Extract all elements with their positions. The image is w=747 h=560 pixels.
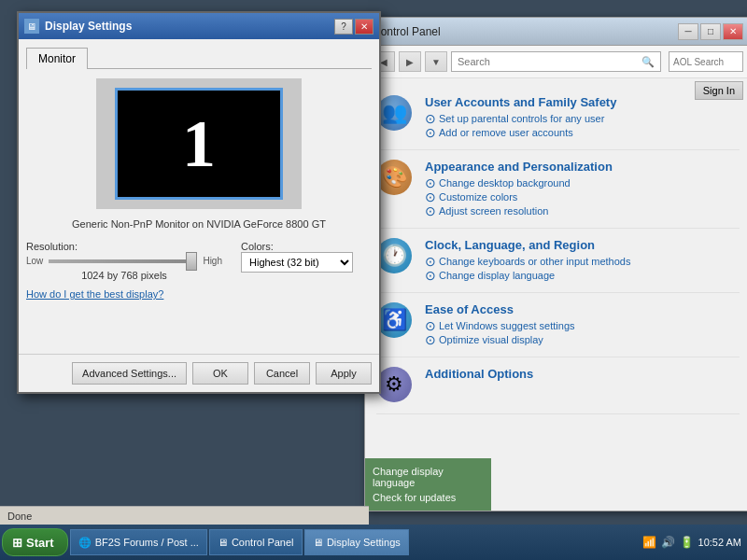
cp-search-input[interactable] [458,56,641,67]
aol-search-input[interactable] [669,51,743,72]
ease-link-1[interactable]: ⊙ Let Windows suggest settings [425,319,575,332]
clock-link-1[interactable]: ⊙ Change keyboards or other input method… [425,255,630,268]
appearance-link-1[interactable]: ⊙ Change desktop background [425,176,613,189]
resolution-slider[interactable] [49,259,197,263]
bullet-icon-1: ⊙ [425,112,436,125]
bullet-icon-3: ⊙ [425,176,436,189]
resolution-label: Resolution: [26,241,222,252]
taskbar-item-control-panel[interactable]: 🖥 Control Panel [209,529,303,555]
user-accounts-icon: 👥 [376,95,414,133]
clock-link-2[interactable]: ⊙ Change display language [425,269,630,282]
cancel-btn[interactable]: Cancel [254,362,310,385]
cp-search-box: 🔍 [451,51,661,72]
cp-arrow-down-btn[interactable]: ▼ [425,51,447,72]
monitor-tab[interactable]: Monitor [26,48,88,69]
sign-in-button[interactable]: Sign In [695,81,743,100]
bullet-icon-6: ⊙ [425,255,436,268]
monitor-screen: 1 [115,88,283,200]
cp-content: 👥 User Accounts and Family Safety ⊙ Set … [365,78,747,511]
resolution-pixels: 1024 by 768 pixels [26,270,222,281]
dialog-tabs: Monitor [26,47,372,69]
monitor-number: 1 [182,105,216,183]
cp-maximize-btn[interactable]: □ [700,23,721,40]
user-accounts-title[interactable]: User Accounts and Family Safety [425,95,616,109]
advanced-settings-btn[interactable]: Advanced Settings... [72,362,187,385]
cp-close-btn[interactable]: ✕ [723,23,743,40]
ease-body: Ease of Access ⊙ Let Windows suggest set… [425,302,575,347]
cp-titlebar: Control Panel ─ □ ✕ [365,18,747,46]
clock-title[interactable]: Clock, Language, and Region [425,238,630,252]
appearance-title[interactable]: Appearance and Personalization [425,160,613,174]
ie-icon: 🌐 [78,537,92,549]
slider-high-label: High [203,256,222,266]
dialog-titlebar: 🖥 Display Settings ? ✕ [19,13,379,39]
start-button[interactable]: ⊞ Start [2,528,68,556]
network-tray-icon[interactable]: 📶 [642,535,657,550]
check-updates-link[interactable]: Check for updates [373,490,484,505]
colors-select[interactable]: Highest (32 bit) [241,252,353,273]
appearance-icon: 🎨 [376,160,414,197]
dialog-minimize-btn[interactable]: ? [334,19,353,35]
system-tray: 📶 🔊 🔋 10:52 AM [639,535,745,550]
dialog-monitor-icon: 🖥 [24,19,39,34]
monitor-preview: 1 [96,78,302,209]
start-label: Start [26,536,54,550]
search-icon: 🔍 [641,56,655,68]
taskbar: ⊞ Start 🌐 BF2S Forums / Post ... 🖥 Contr… [0,525,747,560]
cp-section-clock: 🕐 Clock, Language, and Region ⊙ Change k… [376,229,740,293]
change-display-language-link[interactable]: Change display language [373,464,484,490]
dialog-footer: Advanced Settings... OK Cancel Apply [19,354,379,392]
appearance-link-3[interactable]: ⊙ Adjust screen resolution [425,204,613,217]
taskbar-items: 🌐 BF2S Forums / Post ... 🖥 Control Panel… [70,529,637,555]
display-settings-dialog: 🖥 Display Settings ? ✕ Monitor 1 Generic… [17,11,381,394]
dialog-title: Display Settings [45,20,329,33]
bullet-icon-4: ⊙ [425,190,436,203]
user-accounts-link-2[interactable]: ⊙ Add or remove user accounts [425,126,616,139]
cp-minimize-btn[interactable]: ─ [678,23,698,40]
cp-forward-btn[interactable]: ▶ [399,51,421,72]
cp-sidebar-links: Change display language Check for update… [365,458,491,511]
additional-icon: ⚙ [376,367,414,404]
volume-tray-icon[interactable]: 🔊 [661,535,676,550]
taskbar-bf2s-label: BF2S Forums / Post ... [95,537,199,548]
clock-body: Clock, Language, and Region ⊙ Change key… [425,238,630,283]
apply-btn[interactable]: Apply [316,362,372,385]
display-settings-icon: 🖥 [313,537,323,548]
user-accounts-link-1[interactable]: ⊙ Set up parental controls for any user [425,112,616,125]
best-display-link[interactable]: How do I get the best display? [26,288,372,300]
taskbar-item-bf2s[interactable]: 🌐 BF2S Forums / Post ... [70,529,207,555]
slider-row: Low High [26,256,222,266]
bullet-icon-2: ⊙ [425,126,436,139]
additional-title[interactable]: Additional Options [425,367,533,381]
slider-thumb[interactable] [186,252,197,271]
ease-link-2[interactable]: ⊙ Optimize visual display [425,333,575,346]
bullet-icon-8: ⊙ [425,319,436,332]
cp-aol-area [669,51,743,72]
system-clock: 10:52 AM [698,537,741,548]
cp-section-additional: ⚙ Additional Options [376,357,740,414]
appearance-body: Appearance and Personalization ⊙ Change … [425,160,613,218]
cp-window-controls: ─ □ ✕ [678,23,743,40]
appearance-link-2[interactable]: ⊙ Customize colors [425,190,613,203]
bullet-icon-5: ⊙ [425,204,436,217]
battery-tray-icon[interactable]: 🔋 [680,535,695,550]
user-accounts-body: User Accounts and Family Safety ⊙ Set up… [425,95,616,140]
resolution-column: Resolution: Low High 1024 by 768 pixels [26,241,222,281]
ease-title[interactable]: Ease of Access [425,302,575,316]
settings-columns: Resolution: Low High 1024 by 768 pixels … [26,241,372,281]
taskbar-ds-label: Display Settings [327,537,401,548]
colors-label: Colors: [241,241,306,252]
status-bar: Done [0,506,369,525]
dialog-close-btn[interactable]: ✕ [355,19,374,35]
windows-logo-icon: ⊞ [12,536,22,550]
cp-section-user-accounts: 👥 User Accounts and Family Safety ⊙ Set … [376,86,740,150]
colors-column: Colors: Highest (32 bit) [241,241,372,281]
slider-low-label: Low [26,256,43,266]
additional-body: Additional Options [425,367,533,404]
taskbar-item-display-settings[interactable]: 🖥 Display Settings [304,529,409,555]
ok-btn[interactable]: OK [192,362,248,385]
cp-section-ease: ♿ Ease of Access ⊙ Let Windows suggest s… [376,293,740,357]
cp-toolbar: ◀ ▶ ▼ 🔍 [365,46,747,78]
taskbar-cp-label: Control Panel [232,537,294,548]
monitor-label: Generic Non-PnP Monitor on NVIDIA GeForc… [26,218,372,230]
